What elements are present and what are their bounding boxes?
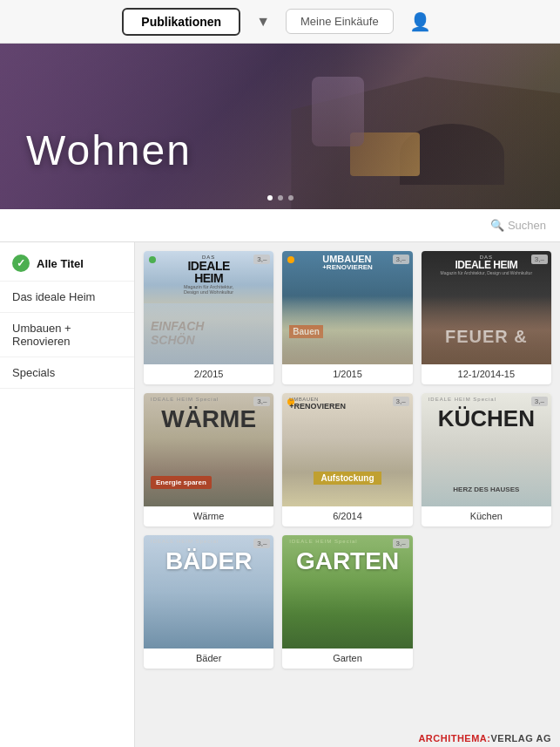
mag-label-ideales-2015: 2/2015: [144, 364, 273, 384]
mag-label-ideales-2014: 12-1/2014-15: [422, 364, 551, 384]
content-area: ✓ Alle Titel Das ideale Heim Umbauen + R…: [0, 242, 560, 747]
sidebar-label-ideales: Das ideale Heim: [12, 290, 95, 303]
sidebar-item-specials[interactable]: Specials: [0, 357, 134, 389]
sidebar-label-alle: Alle Titel: [37, 257, 84, 270]
einkaufe-button[interactable]: Meine Einkäufe: [286, 9, 394, 34]
search-wrap[interactable]: 🔍 Suchen: [490, 219, 546, 232]
price-badge: 3,–: [253, 255, 270, 264]
magazine-ideales-2014[interactable]: 3,– DAS IDEALE HEIM Magazin für Architek…: [422, 251, 551, 384]
mag-label-umbauen-6-2014: 6/2014: [282, 506, 412, 526]
price-badge-2: 3,–: [393, 255, 409, 264]
magazine-garten[interactable]: 3,– IDEALE HEIM Special GARTEN Garten: [282, 535, 412, 669]
mag-label-garten: Garten: [282, 649, 412, 669]
magazine-kuechen[interactable]: 3,– IDEALE HEIM Special KÜCHEN HERZ DES …: [422, 393, 551, 526]
mag-label-waerme: Wärme: [144, 506, 273, 526]
mag-label-kuechen: Küchen: [422, 506, 551, 526]
dot-green: [149, 256, 156, 263]
cover-umbauen-2015: 3,– UMBAUEN +RENOVIEREN Bauen: [282, 251, 412, 364]
user-icon[interactable]: 👤: [402, 8, 438, 36]
search-label[interactable]: Suchen: [508, 219, 546, 232]
cover-kuechen: 3,– IDEALE HEIM Special KÜCHEN HERZ DES …: [422, 393, 551, 506]
magazine-ideales-2015[interactable]: 3,– DAS IDEALE HEIM Magazin für Architek…: [144, 251, 273, 384]
hero-banner: Wohnen: [0, 44, 560, 209]
hero-dot-3[interactable]: [288, 195, 293, 200]
price-badge-3: 3,–: [531, 255, 548, 264]
hero-dots: [267, 195, 293, 200]
cover-baeder: 3,– IDEALE HEIM Special BÄDER: [144, 535, 273, 649]
hero-title: Wohnen: [26, 126, 192, 174]
sidebar-label-specials: Specials: [12, 366, 55, 379]
filter-icon[interactable]: ▼: [249, 10, 277, 33]
dot-orange: [287, 256, 294, 263]
sidebar-item-alle[interactable]: ✓ Alle Titel: [0, 246, 134, 282]
top-bar: Publikationen ▼ Meine Einkäufe 👤: [0, 0, 560, 44]
cover-umbauen-6-2014: 3,– UMBAUEN +RENOVIEREN Aufstockung: [282, 393, 412, 506]
search-icon: 🔍: [490, 219, 504, 232]
footer-brand2: VERLAG AG: [491, 733, 552, 744]
footer-brand1: ARCHITHEMA: [418, 733, 487, 744]
hero-dot-1[interactable]: [267, 195, 273, 200]
mag-label-baeder: Bäder: [144, 649, 273, 669]
footer: ARCHITHEMA:VERLAG AG: [418, 733, 551, 744]
cover-garten: 3,– IDEALE HEIM Special GARTEN: [282, 535, 412, 649]
magazine-umbauen-2015[interactable]: 3,– UMBAUEN +RENOVIEREN Bauen 1/2015: [282, 251, 412, 384]
check-icon: ✓: [12, 255, 30, 272]
mag-label-umbauen-2015: 1/2015: [282, 364, 412, 384]
cover-ideales-2015: 3,– DAS IDEALE HEIM Magazin für Architek…: [144, 251, 273, 364]
grid-area: 3,– DAS IDEALE HEIM Magazin für Architek…: [135, 242, 560, 747]
publikationen-button[interactable]: Publikationen: [122, 8, 240, 36]
sidebar: ✓ Alle Titel Das ideale Heim Umbauen + R…: [0, 242, 135, 747]
magazine-waerme[interactable]: 3,– IDEALE HEIM Special WÄRME Energie sp…: [144, 393, 273, 526]
magazine-baeder[interactable]: 3,– IDEALE HEIM Special BÄDER Bäder: [144, 535, 273, 669]
hero-dot-2[interactable]: [278, 195, 283, 200]
cover-ideales-2014: 3,– DAS IDEALE HEIM Magazin für Architek…: [422, 251, 551, 364]
magazine-umbauen-6-2014[interactable]: 3,– UMBAUEN +RENOVIEREN Aufstockung 6/20…: [282, 393, 412, 526]
sidebar-item-umbauen[interactable]: Umbauen + Renovieren: [0, 313, 134, 357]
magazine-grid: 3,– DAS IDEALE HEIM Magazin für Architek…: [144, 251, 551, 669]
sidebar-label-umbauen: Umbauen + Renovieren: [12, 322, 122, 348]
sidebar-item-ideales-heim[interactable]: Das ideale Heim: [0, 282, 134, 313]
cover-waerme: 3,– IDEALE HEIM Special WÄRME Energie sp…: [144, 393, 273, 506]
search-bar: 🔍 Suchen: [0, 209, 560, 242]
